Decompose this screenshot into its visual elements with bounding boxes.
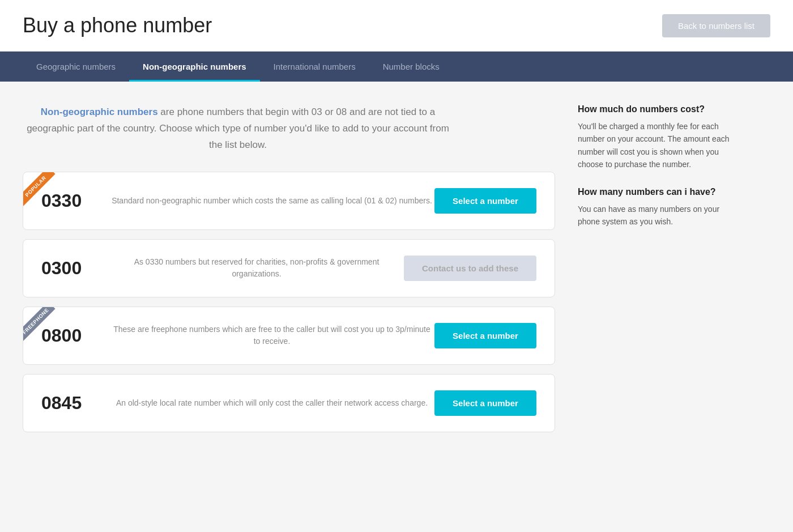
quantity-text: You can have as many numbers on your pho… <box>578 203 736 228</box>
number-card-0800: FREEPHONE0800These are freephone numbers… <box>23 307 555 365</box>
number-action-btn-0845[interactable]: Select a number <box>434 390 536 416</box>
number-card-0845: 0845An old-style local rate number which… <box>23 374 555 432</box>
number-action-btn-0300: Contact us to add these <box>404 256 536 281</box>
tab-non-geographic[interactable]: Non-geographic numbers <box>129 52 260 82</box>
tab-blocks[interactable]: Number blocks <box>369 52 453 82</box>
badge-0330: POPULAR <box>23 172 63 212</box>
back-to-numbers-button[interactable]: Back to numbers list <box>662 14 770 37</box>
number-card-0330: POPULAR0330Standard non-geographic numbe… <box>23 172 555 230</box>
number-prefix-0300: 0300 <box>41 258 109 279</box>
badge-0800: FREEPHONE <box>23 307 63 347</box>
cost-title: How much do numbers cost? <box>578 104 736 114</box>
cost-text: You'll be charged a monthly fee for each… <box>578 120 736 171</box>
number-action-btn-0800[interactable]: Select a number <box>434 323 536 348</box>
quantity-section: How many numbers can i have? You can hav… <box>578 187 736 228</box>
description-text: Non-geographic numbers are phone numbers… <box>23 104 453 154</box>
number-action-btn-0330[interactable]: Select a number <box>434 188 536 214</box>
tab-geographic[interactable]: Geographic numbers <box>23 52 129 82</box>
number-card-0300: 0300As 0330 numbers but reserved for cha… <box>23 239 555 297</box>
number-desc-0300: As 0330 numbers but reserved for chariti… <box>109 256 404 280</box>
cost-section: How much do numbers cost? You'll be char… <box>578 104 736 171</box>
number-desc-0800: These are freephone numbers which are fr… <box>109 324 434 347</box>
sidebar: How much do numbers cost? You'll be char… <box>578 104 736 441</box>
page-header: Buy a phone number Back to numbers list <box>0 0 793 52</box>
number-prefix-0845: 0845 <box>41 393 109 414</box>
tab-international[interactable]: International numbers <box>260 52 369 82</box>
page-title: Buy a phone number <box>23 14 212 37</box>
number-desc-0845: An old-style local rate number which wil… <box>109 397 434 409</box>
quantity-title: How many numbers can i have? <box>578 187 736 197</box>
number-desc-0330: Standard non-geographic number which cos… <box>109 195 434 207</box>
tab-bar: Geographic numbersNon-geographic numbers… <box>0 52 793 82</box>
